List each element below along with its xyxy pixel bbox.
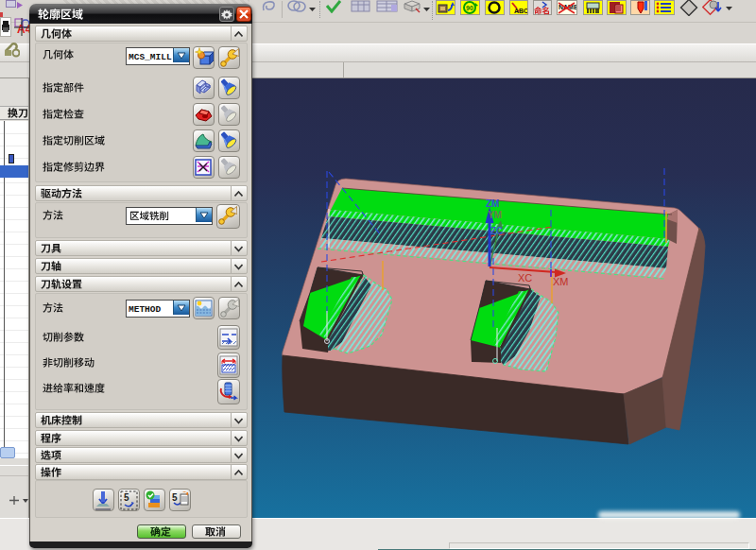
svg-text:5: 5 [124,492,129,503]
svg-text:ABC: ABC [514,8,527,14]
svg-text:YM: YM [488,210,502,220]
svg-text:90: 90 [466,5,473,11]
svg-text:5: 5 [172,492,178,503]
svg-text:ZC: ZC [490,226,503,236]
svg-text:XC: XC [518,272,532,284]
svg-text:XM: XM [553,276,569,287]
svg-text:ZM: ZM [486,198,499,209]
svg-text:A4: A4 [17,23,30,36]
